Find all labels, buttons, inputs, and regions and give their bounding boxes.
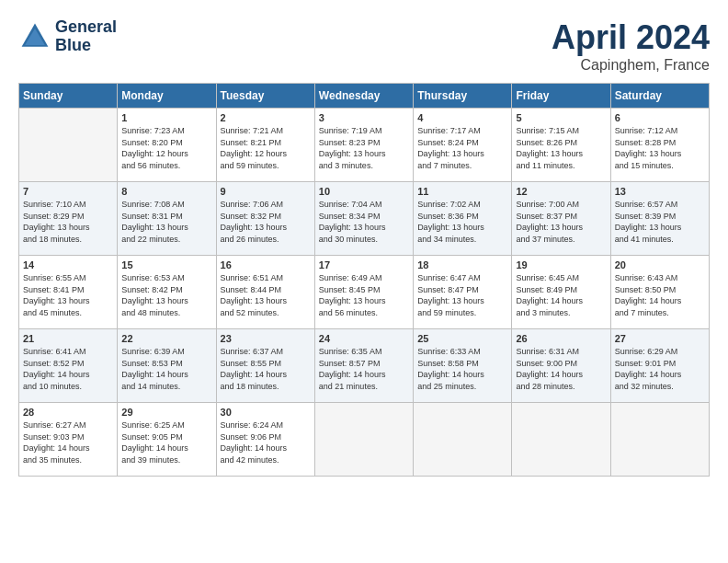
day-number: 9 (221, 186, 311, 197)
day-number: 28 (23, 407, 113, 418)
calendar-cell: 25Sunrise: 6:33 AM Sunset: 8:58 PM Dayli… (414, 329, 512, 403)
day-number: 24 (319, 333, 409, 344)
day-info: Sunrise: 6:47 AM Sunset: 8:47 PM Dayligh… (417, 272, 507, 318)
week-row-1: 1Sunrise: 7:23 AM Sunset: 8:20 PM Daylig… (19, 109, 710, 182)
day-number: 17 (319, 259, 409, 270)
week-row-3: 14Sunrise: 6:55 AM Sunset: 8:41 PM Dayli… (19, 256, 710, 329)
day-number: 6 (615, 112, 705, 123)
day-info: Sunrise: 7:10 AM Sunset: 8:29 PM Dayligh… (23, 199, 113, 245)
day-number: 21 (23, 333, 113, 344)
day-header-saturday: Saturday (610, 84, 709, 109)
day-info: Sunrise: 6:45 AM Sunset: 8:49 PM Dayligh… (516, 272, 606, 318)
day-info: Sunrise: 6:55 AM Sunset: 8:41 PM Dayligh… (23, 272, 113, 318)
header: General Blue April 2024 Capinghem, Franc… (18, 18, 710, 74)
calendar-cell: 27Sunrise: 6:29 AM Sunset: 9:01 PM Dayli… (610, 329, 709, 403)
calendar-cell (414, 403, 512, 477)
day-number: 30 (221, 407, 311, 418)
calendar-cell (314, 403, 413, 477)
calendar-cell: 19Sunrise: 6:45 AM Sunset: 8:49 PM Dayli… (512, 256, 610, 329)
day-info: Sunrise: 6:37 AM Sunset: 8:55 PM Dayligh… (221, 346, 311, 392)
calendar-body: 1Sunrise: 7:23 AM Sunset: 8:20 PM Daylig… (19, 109, 710, 477)
calendar-cell: 12Sunrise: 7:00 AM Sunset: 8:37 PM Dayli… (512, 182, 610, 256)
day-header-sunday: Sunday (19, 84, 118, 109)
calendar-cell: 23Sunrise: 6:37 AM Sunset: 8:55 PM Dayli… (216, 329, 314, 403)
calendar-cell (512, 403, 610, 477)
calendar-cell: 24Sunrise: 6:35 AM Sunset: 8:57 PM Dayli… (314, 329, 413, 403)
calendar-cell: 29Sunrise: 6:25 AM Sunset: 9:05 PM Dayli… (118, 403, 216, 477)
day-number: 2 (221, 112, 311, 123)
calendar-cell: 17Sunrise: 6:49 AM Sunset: 8:45 PM Dayli… (314, 256, 413, 329)
day-info: Sunrise: 7:17 AM Sunset: 8:24 PM Dayligh… (417, 125, 507, 171)
calendar-cell: 16Sunrise: 6:51 AM Sunset: 8:44 PM Dayli… (216, 256, 314, 329)
calendar-cell: 22Sunrise: 6:39 AM Sunset: 8:53 PM Dayli… (118, 329, 216, 403)
day-number: 5 (516, 112, 606, 123)
location-subtitle: Capinghem, France (552, 57, 710, 74)
calendar-cell: 26Sunrise: 6:31 AM Sunset: 9:00 PM Dayli… (512, 329, 610, 403)
day-info: Sunrise: 6:29 AM Sunset: 9:01 PM Dayligh… (615, 346, 705, 392)
day-number: 15 (121, 259, 211, 270)
day-info: Sunrise: 7:19 AM Sunset: 8:23 PM Dayligh… (319, 125, 409, 171)
day-number: 3 (319, 112, 409, 123)
day-number: 27 (615, 333, 705, 344)
day-number: 18 (417, 259, 507, 270)
calendar-table: SundayMondayTuesdayWednesdayThursdayFrid… (18, 83, 710, 477)
day-info: Sunrise: 7:12 AM Sunset: 8:28 PM Dayligh… (615, 125, 705, 171)
calendar-cell: 15Sunrise: 6:53 AM Sunset: 8:42 PM Dayli… (118, 256, 216, 329)
day-info: Sunrise: 7:08 AM Sunset: 8:31 PM Dayligh… (121, 199, 211, 245)
day-header-tuesday: Tuesday (216, 84, 314, 109)
day-number: 25 (417, 333, 507, 344)
day-number: 7 (23, 186, 113, 197)
day-number: 22 (121, 333, 211, 344)
day-header-wednesday: Wednesday (314, 84, 413, 109)
calendar-cell: 18Sunrise: 6:47 AM Sunset: 8:47 PM Dayli… (414, 256, 512, 329)
day-info: Sunrise: 6:53 AM Sunset: 8:42 PM Dayligh… (121, 272, 211, 318)
day-info: Sunrise: 6:31 AM Sunset: 9:00 PM Dayligh… (516, 346, 606, 392)
day-info: Sunrise: 6:49 AM Sunset: 8:45 PM Dayligh… (319, 272, 409, 318)
calendar-cell: 4Sunrise: 7:17 AM Sunset: 8:24 PM Daylig… (414, 109, 512, 182)
logo-text: General Blue (55, 18, 117, 55)
day-info: Sunrise: 6:51 AM Sunset: 8:44 PM Dayligh… (221, 272, 311, 318)
calendar-cell: 1Sunrise: 7:23 AM Sunset: 8:20 PM Daylig… (118, 109, 216, 182)
day-number: 4 (417, 112, 507, 123)
day-number: 10 (319, 186, 409, 197)
day-info: Sunrise: 7:02 AM Sunset: 8:36 PM Dayligh… (417, 199, 507, 245)
day-info: Sunrise: 6:43 AM Sunset: 8:50 PM Dayligh… (615, 272, 705, 318)
logo: General Blue (18, 18, 117, 55)
day-info: Sunrise: 6:35 AM Sunset: 8:57 PM Dayligh… (319, 346, 409, 392)
calendar-cell: 13Sunrise: 6:57 AM Sunset: 8:39 PM Dayli… (610, 182, 709, 256)
day-number: 8 (121, 186, 211, 197)
day-number: 1 (121, 112, 211, 123)
week-row-2: 7Sunrise: 7:10 AM Sunset: 8:29 PM Daylig… (19, 182, 710, 256)
day-info: Sunrise: 6:24 AM Sunset: 9:06 PM Dayligh… (221, 419, 311, 465)
calendar-cell: 8Sunrise: 7:08 AM Sunset: 8:31 PM Daylig… (118, 182, 216, 256)
day-header-monday: Monday (118, 84, 216, 109)
day-number: 19 (516, 259, 606, 270)
calendar-cell: 20Sunrise: 6:43 AM Sunset: 8:50 PM Dayli… (610, 256, 709, 329)
calendar-cell: 5Sunrise: 7:15 AM Sunset: 8:26 PM Daylig… (512, 109, 610, 182)
week-row-4: 21Sunrise: 6:41 AM Sunset: 8:52 PM Dayli… (19, 329, 710, 403)
day-info: Sunrise: 6:41 AM Sunset: 8:52 PM Dayligh… (23, 346, 113, 392)
day-number: 23 (221, 333, 311, 344)
day-info: Sunrise: 6:39 AM Sunset: 8:53 PM Dayligh… (121, 346, 211, 392)
day-info: Sunrise: 6:25 AM Sunset: 9:05 PM Dayligh… (121, 419, 211, 465)
calendar-cell: 7Sunrise: 7:10 AM Sunset: 8:29 PM Daylig… (19, 182, 118, 256)
day-info: Sunrise: 6:33 AM Sunset: 8:58 PM Dayligh… (417, 346, 507, 392)
calendar-cell: 6Sunrise: 7:12 AM Sunset: 8:28 PM Daylig… (610, 109, 709, 182)
day-header-thursday: Thursday (414, 84, 512, 109)
calendar-cell (19, 109, 118, 182)
day-number: 12 (516, 186, 606, 197)
calendar-header-row: SundayMondayTuesdayWednesdayThursdayFrid… (19, 84, 710, 109)
calendar-cell: 28Sunrise: 6:27 AM Sunset: 9:03 PM Dayli… (19, 403, 118, 477)
calendar-cell: 21Sunrise: 6:41 AM Sunset: 8:52 PM Dayli… (19, 329, 118, 403)
day-info: Sunrise: 7:06 AM Sunset: 8:32 PM Dayligh… (221, 199, 311, 245)
day-number: 11 (417, 186, 507, 197)
calendar-cell: 30Sunrise: 6:24 AM Sunset: 9:06 PM Dayli… (216, 403, 314, 477)
day-number: 29 (121, 407, 211, 418)
day-number: 13 (615, 186, 705, 197)
day-info: Sunrise: 7:23 AM Sunset: 8:20 PM Dayligh… (121, 125, 211, 171)
day-header-friday: Friday (512, 84, 610, 109)
day-number: 14 (23, 259, 113, 270)
calendar-cell: 2Sunrise: 7:21 AM Sunset: 8:21 PM Daylig… (216, 109, 314, 182)
calendar-cell (610, 403, 709, 477)
day-number: 20 (615, 259, 705, 270)
